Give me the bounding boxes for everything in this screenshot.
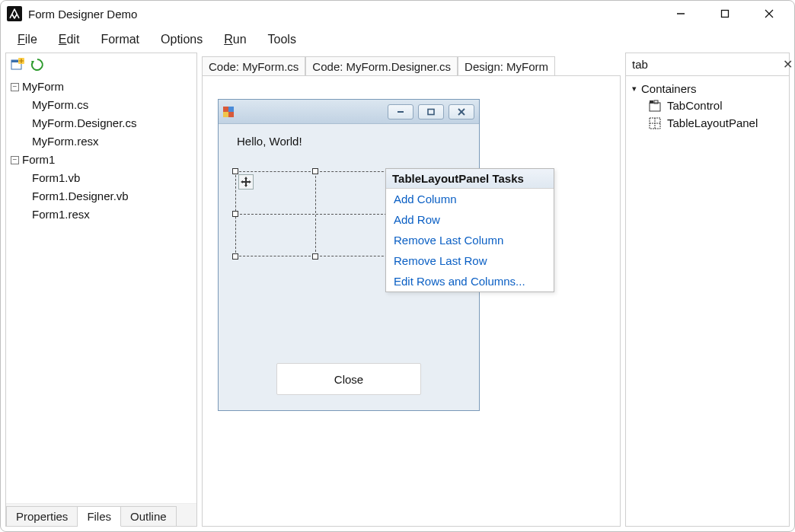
tree-leaf[interactable]: MyForm.Designer.cs (32, 114, 192, 132)
task-panel-action[interactable]: Add Column (386, 189, 554, 209)
tree-leaf-label: Form1.resx (32, 205, 90, 224)
maximize-button[interactable] (703, 1, 747, 27)
menu-options[interactable]: Options (152, 30, 212, 49)
editor-tabs: Code: MyForm.csCode: MyForm.Designer.csD… (202, 53, 621, 75)
designed-form-titlebar (219, 100, 479, 124)
hello-label[interactable]: Hello, World! (237, 135, 461, 148)
project-toolbar (6, 53, 196, 76)
move-glyph-icon[interactable] (238, 174, 254, 190)
clear-search-icon[interactable]: ✕ (783, 57, 793, 72)
tree-leaf-label: MyForm.resx (32, 132, 99, 151)
toolbox-item-label: TableLayoutPanel (667, 116, 758, 129)
designed-close-button[interactable]: Close (276, 363, 421, 395)
minimize-button[interactable] (659, 1, 703, 27)
toolbox-category[interactable]: ▾ Containers (632, 81, 783, 97)
tree-leaf[interactable]: MyForm.cs (32, 96, 192, 114)
editor-area: Code: MyForm.csCode: MyForm.Designer.csD… (202, 53, 621, 527)
resize-handle[interactable] (312, 168, 318, 174)
tree-leaf-label: MyForm.cs (32, 96, 88, 114)
app-icon (7, 6, 22, 21)
task-panel-title: TableLayoutPanel Tasks (386, 169, 554, 189)
refresh-icon[interactable] (30, 58, 44, 72)
task-panel-action[interactable]: Edit Rows and Columns... (386, 271, 554, 291)
smart-task-panel: TableLayoutPanel Tasks Add ColumnAdd Row… (385, 168, 554, 292)
menu-tools[interactable]: Tools (259, 30, 305, 49)
tree-node[interactable]: −MyForm (11, 78, 192, 96)
svg-rect-15 (428, 109, 434, 114)
tree-leaf[interactable]: MyForm.resx (32, 132, 192, 151)
tree-leaf[interactable]: Form1.resx (32, 205, 192, 224)
menu-format[interactable]: Format (91, 30, 148, 49)
tree-leaf[interactable]: Form1.vb (32, 169, 192, 187)
menu-run[interactable]: Run (215, 30, 255, 49)
toolbox-category-label: Containers (641, 82, 697, 95)
designed-form-minimize[interactable] (388, 104, 413, 119)
tree-node-label: MyForm (22, 78, 64, 96)
editor-tab[interactable]: Code: MyForm.Designer.cs (305, 56, 458, 76)
svg-rect-19 (650, 103, 660, 111)
expander-icon[interactable]: − (11, 83, 19, 91)
form-icon (223, 107, 234, 117)
toolbox-item-icon (649, 100, 661, 112)
menubar: FileEditFormatOptionsRunTools (1, 27, 794, 53)
toolbox-search-input[interactable] (626, 53, 783, 75)
new-form-icon[interactable] (11, 58, 24, 72)
tree-leaf-label: MyForm.Designer.cs (32, 114, 137, 132)
left-tab-properties[interactable]: Properties (6, 506, 78, 527)
resize-handle[interactable] (232, 168, 238, 174)
tree-node[interactable]: −Form1 (11, 151, 192, 169)
tree-leaf[interactable]: Form1.Designer.vb (32, 187, 192, 205)
resize-handle[interactable] (232, 253, 238, 260)
app-window: Form Designer Demo FileEditFormatOptions… (0, 0, 795, 532)
toolbox: ▾ Containers TabControlTableLayoutPanel (626, 76, 789, 526)
editor-tab[interactable]: Design: MyForm (458, 56, 555, 76)
resize-handle[interactable] (232, 211, 238, 217)
resize-handle[interactable] (312, 253, 318, 260)
tree-leaf-label: Form1.Designer.vb (32, 187, 129, 205)
designed-form-maximize[interactable] (418, 104, 444, 119)
designed-form-close[interactable] (449, 104, 474, 119)
svg-rect-2 (722, 11, 729, 18)
chevron-down-icon: ▾ (632, 84, 637, 94)
project-tree[interactable]: −MyFormMyForm.csMyForm.Designer.csMyForm… (6, 76, 196, 503)
svg-rect-0 (7, 6, 22, 21)
toolbox-search: ✕ (626, 53, 789, 76)
project-panel: −MyFormMyForm.csMyForm.Designer.csMyForm… (5, 53, 197, 527)
left-bottom-tabs: PropertiesFilesOutline (6, 503, 196, 526)
design-surface[interactable]: Hello, World! (202, 75, 621, 527)
task-panel-action[interactable]: Remove Last Row (386, 250, 554, 271)
menu-file[interactable]: File (8, 30, 46, 49)
toolbox-panel: ✕ ▾ Containers TabControlTableLayoutPane… (625, 53, 790, 527)
svg-rect-12 (228, 107, 234, 112)
tree-node-label: Form1 (22, 151, 55, 169)
tablelayoutpanel[interactable] (235, 171, 395, 256)
window-title: Form Designer Demo (28, 8, 137, 21)
tablelayoutpanel-selection[interactable] (235, 171, 395, 256)
toolbox-item-label: TabControl (667, 99, 723, 112)
titlebar: Form Designer Demo (1, 1, 794, 27)
close-button[interactable] (747, 1, 791, 27)
left-tab-files[interactable]: Files (78, 506, 121, 527)
toolbox-item[interactable]: TabControl (632, 97, 783, 114)
tree-leaf-label: Form1.vb (32, 169, 80, 187)
editor-tab[interactable]: Code: MyForm.cs (202, 56, 305, 76)
task-panel-action[interactable]: Remove Last Column (386, 230, 554, 250)
toolbox-item[interactable]: TableLayoutPanel (632, 114, 783, 132)
svg-rect-13 (223, 112, 228, 117)
left-tab-outline[interactable]: Outline (121, 506, 177, 527)
menu-edit[interactable]: Edit (49, 30, 89, 49)
expander-icon[interactable]: − (11, 156, 19, 164)
toolbox-item-icon (649, 117, 661, 129)
task-panel-action[interactable]: Add Row (386, 209, 554, 230)
svg-rect-20 (650, 100, 653, 104)
